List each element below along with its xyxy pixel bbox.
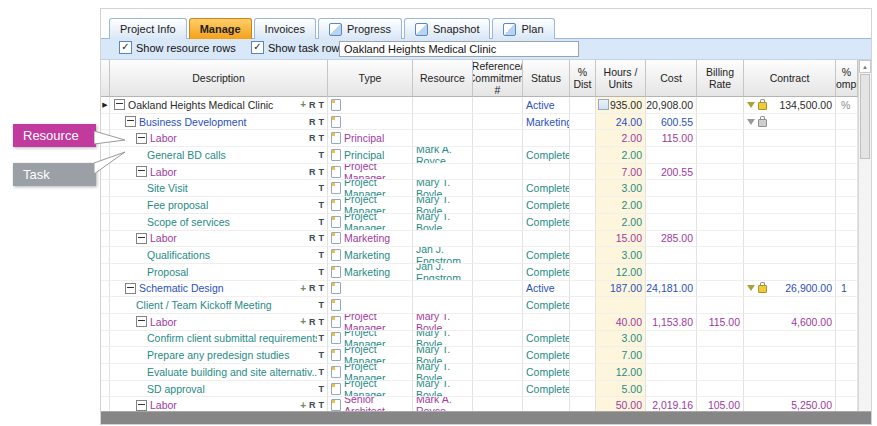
- add-resource-icon[interactable]: R: [309, 317, 316, 327]
- contract-cell[interactable]: 26,900.00: [744, 281, 836, 298]
- description-cell[interactable]: LaborRT: [110, 231, 328, 248]
- percent-complete-cell[interactable]: [836, 114, 858, 131]
- table-row[interactable]: ▶Oakland Heights Medical Clinic+RTActive…: [101, 97, 858, 114]
- status-cell[interactable]: [523, 130, 570, 147]
- document-icon[interactable]: [331, 99, 341, 111]
- contract-cell[interactable]: [744, 164, 836, 181]
- reference-cell[interactable]: [473, 97, 523, 114]
- add-task-icon[interactable]: T: [319, 117, 325, 127]
- cost-cell[interactable]: 600.55: [646, 114, 697, 131]
- resource-cell[interactable]: [413, 281, 473, 298]
- status-cell[interactable]: Complete: [523, 264, 570, 281]
- type-cell[interactable]: Marketing: [328, 231, 413, 248]
- billing-rate-cell[interactable]: [697, 97, 744, 114]
- percent-dist-cell[interactable]: [570, 281, 596, 298]
- hours-cell[interactable]: 2.00: [596, 214, 646, 231]
- status-cell[interactable]: Complete: [523, 331, 570, 348]
- add-task-icon[interactable]: T: [319, 183, 325, 193]
- add-task-icon[interactable]: T: [319, 200, 325, 210]
- percent-complete-cell[interactable]: [836, 180, 858, 197]
- description-cell[interactable]: Prepare any predesign studiesT: [110, 347, 328, 364]
- collapse-toggle-icon[interactable]: [136, 316, 147, 327]
- resource-cell[interactable]: Jan J. Engstrom: [413, 247, 473, 264]
- status-cell[interactable]: Marketing: [523, 114, 570, 131]
- status-cell[interactable]: Complete: [523, 197, 570, 214]
- type-cell[interactable]: Project Manager: [328, 364, 413, 381]
- description-cell[interactable]: Fee proposalT: [110, 197, 328, 214]
- percent-dist-cell[interactable]: [570, 297, 596, 314]
- contract-cell[interactable]: [744, 347, 836, 364]
- add-task-icon[interactable]: T: [319, 100, 325, 110]
- cost-cell[interactable]: [646, 180, 697, 197]
- tab-project-info[interactable]: Project Info: [109, 18, 187, 39]
- add-task-icon[interactable]: T: [319, 300, 325, 310]
- spreadsheet-icon[interactable]: [598, 99, 609, 110]
- percent-complete-cell[interactable]: [836, 264, 858, 281]
- percent-complete-cell[interactable]: 1: [836, 281, 858, 298]
- add-resource-icon[interactable]: R: [309, 400, 316, 410]
- assign-icon[interactable]: +: [300, 400, 306, 411]
- contract-cell[interactable]: [744, 180, 836, 197]
- resource-cell[interactable]: Mary T. Boyle: [413, 314, 473, 331]
- billing-rate-cell[interactable]: [697, 331, 744, 348]
- billing-rate-cell[interactable]: 115.00: [697, 314, 744, 331]
- document-icon[interactable]: [331, 383, 341, 395]
- billing-rate-cell[interactable]: [697, 130, 744, 147]
- column-header--[interactable]: % Dist: [570, 60, 596, 97]
- status-cell[interactable]: Complete: [523, 214, 570, 231]
- hours-cell[interactable]: 24.00: [596, 114, 646, 131]
- reference-cell[interactable]: [473, 314, 523, 331]
- contract-cell[interactable]: [744, 214, 836, 231]
- percent-dist-cell[interactable]: [570, 347, 596, 364]
- status-cell[interactable]: Complete: [523, 364, 570, 381]
- vertical-scrollbar[interactable]: ▲: [858, 60, 871, 411]
- billing-rate-cell[interactable]: [697, 164, 744, 181]
- description-cell[interactable]: Business DevelopmentRT: [110, 114, 328, 131]
- status-cell[interactable]: Complete: [523, 147, 570, 164]
- reference-cell[interactable]: [473, 347, 523, 364]
- column-header-gutter[interactable]: [101, 60, 110, 97]
- hours-cell[interactable]: 12.00: [596, 364, 646, 381]
- billing-rate-cell[interactable]: [697, 147, 744, 164]
- percent-complete-cell[interactable]: [836, 397, 858, 411]
- document-icon[interactable]: [331, 366, 341, 378]
- show-resource-rows-checkbox[interactable]: ✓ Show resource rows: [119, 41, 236, 54]
- hours-cell[interactable]: 3.00: [596, 180, 646, 197]
- reference-cell[interactable]: [473, 397, 523, 411]
- contract-cell[interactable]: [744, 147, 836, 164]
- collapse-toggle-icon[interactable]: [136, 133, 147, 144]
- tab-invoices[interactable]: Invoices: [254, 18, 316, 39]
- percent-complete-cell[interactable]: [836, 164, 858, 181]
- billing-rate-cell[interactable]: [697, 364, 744, 381]
- table-row[interactable]: Client / Team Kickoff MeetingTComplete: [101, 297, 858, 314]
- type-cell[interactable]: Principal: [328, 130, 413, 147]
- add-resource-icon[interactable]: R: [309, 167, 316, 177]
- hours-cell[interactable]: 15.00: [596, 231, 646, 248]
- reference-cell[interactable]: [473, 214, 523, 231]
- add-task-icon[interactable]: T: [319, 367, 325, 377]
- cost-cell[interactable]: [646, 264, 697, 281]
- collapse-toggle-icon[interactable]: [125, 116, 136, 127]
- add-task-icon[interactable]: T: [319, 217, 325, 227]
- resource-cell[interactable]: [413, 164, 473, 181]
- cost-cell[interactable]: 115.00: [646, 130, 697, 147]
- resource-cell[interactable]: Mary T. Boyle: [413, 180, 473, 197]
- table-row[interactable]: SD approvalTProject ManagerMary T. Boyle…: [101, 381, 858, 398]
- reference-cell[interactable]: [473, 381, 523, 398]
- type-cell[interactable]: Project Manager: [328, 381, 413, 398]
- status-cell[interactable]: [523, 231, 570, 248]
- percent-dist-cell[interactable]: [570, 247, 596, 264]
- contract-cell[interactable]: [744, 297, 836, 314]
- add-resource-icon[interactable]: R: [309, 117, 316, 127]
- document-icon[interactable]: [331, 316, 341, 328]
- type-cell[interactable]: Project Manager: [328, 347, 413, 364]
- document-icon[interactable]: [331, 332, 341, 344]
- status-cell[interactable]: [523, 164, 570, 181]
- reference-cell[interactable]: [473, 264, 523, 281]
- resource-cell[interactable]: Mary T. Boyle: [413, 364, 473, 381]
- description-cell[interactable]: Client / Team Kickoff MeetingT: [110, 297, 328, 314]
- description-cell[interactable]: Oakland Heights Medical Clinic+RT: [110, 97, 328, 114]
- reference-cell[interactable]: [473, 281, 523, 298]
- table-row[interactable]: General BD callsTPrincipalMark A. RoyceC…: [101, 147, 858, 164]
- type-cell[interactable]: Marketing: [328, 264, 413, 281]
